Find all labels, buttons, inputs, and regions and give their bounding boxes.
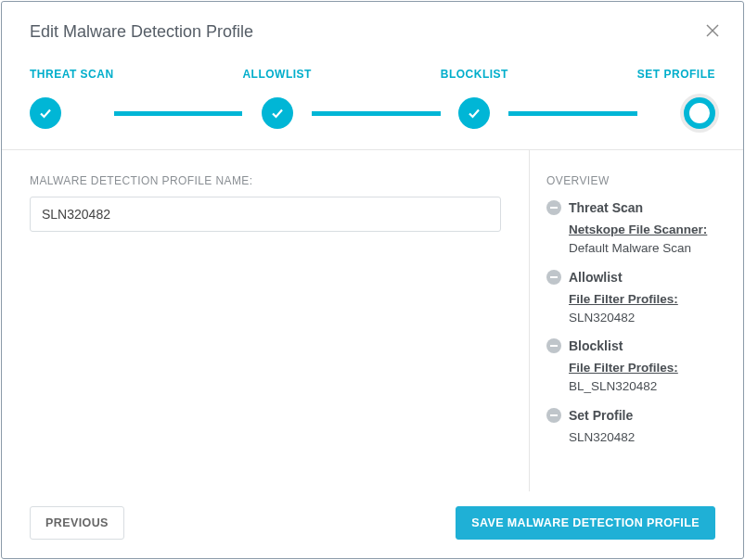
step-threat-scan[interactable]: THREAT SCAN [30,68,114,129]
modal-title: Edit Malware Detection Profile [30,22,253,42]
step-label: BLOCKLIST [441,68,508,81]
step-label: THREAT SCAN [30,68,114,81]
modal-body: MALWARE DETECTION PROFILE NAME: OVERVIEW… [2,150,743,491]
wizard-stepper: THREAT SCAN ALLOWLIST BLOCKLIST SET PROF… [2,58,743,150]
step-line [508,111,637,116]
overview-item-title: Blocklist [569,338,623,353]
overview-item-allowlist: Allowlist File Filter Profiles: SLN32048… [546,270,725,328]
step-circle-done [458,97,490,129]
overview-item-threat-scan: Threat Scan Netskope File Scanner: Defau… [546,200,725,259]
modal-header: Edit Malware Detection Profile [2,2,743,58]
step-blocklist[interactable]: BLOCKLIST [441,68,508,129]
check-icon [467,106,482,121]
overview-heading: OVERVIEW [546,174,725,187]
overview-item-value: SLN320482 [569,311,635,325]
step-line [114,111,243,116]
overview-item-value: BL_SLN320482 [569,379,657,393]
form-panel: MALWARE DETECTION PROFILE NAME: [2,150,530,491]
edit-malware-profile-modal: Edit Malware Detection Profile THREAT SC… [1,1,744,559]
check-icon [270,106,285,121]
overview-item-body: File Filter Profiles: BL_SLN320482 [546,359,725,397]
overview-item-title: Threat Scan [569,200,643,215]
collapse-icon [546,338,561,353]
step-circle-done [30,97,61,129]
step-label: ALLOWLIST [242,68,311,81]
step-allowlist[interactable]: ALLOWLIST [242,68,311,129]
overview-item-blocklist: Blocklist File Filter Profiles: BL_SLN32… [546,338,725,397]
overview-item-value: SLN320482 [569,430,635,444]
previous-button[interactable]: PREVIOUS [30,506,124,540]
save-button[interactable]: SAVE MALWARE DETECTION PROFILE [456,506,715,540]
overview-item-value: Default Malware Scan [569,241,691,255]
overview-item-set-profile: Set Profile SLN320482 [546,408,725,447]
profile-name-label: MALWARE DETECTION PROFILE NAME: [30,174,501,187]
overview-item-link[interactable]: File Filter Profiles: [569,361,678,375]
overview-item-header[interactable]: Set Profile [546,408,725,423]
overview-panel: OVERVIEW Threat Scan Netskope File Scann… [530,150,743,491]
step-circle-active [684,97,715,129]
overview-item-header[interactable]: Blocklist [546,338,725,353]
step-circle-done [262,97,293,129]
profile-name-input[interactable] [30,197,501,232]
overview-item-body: SLN320482 [546,428,725,447]
collapse-icon [546,270,561,285]
overview-item-link[interactable]: Netskope File Scanner: [569,223,707,236]
modal-footer: PREVIOUS SAVE MALWARE DETECTION PROFILE [2,491,743,558]
overview-item-title: Allowlist [569,270,623,285]
overview-item-body: File Filter Profiles: SLN320482 [546,290,725,328]
collapse-icon [546,200,561,215]
overview-item-title: Set Profile [569,408,633,423]
step-set-profile[interactable]: SET PROFILE [637,68,715,129]
overview-item-header[interactable]: Allowlist [546,270,725,285]
overview-item-link[interactable]: File Filter Profiles: [569,292,678,306]
check-icon [38,106,53,121]
close-icon[interactable] [702,19,723,45]
step-line [312,111,441,116]
collapse-icon [546,408,561,423]
overview-item-header[interactable]: Threat Scan [546,200,725,215]
overview-item-body: Netskope File Scanner: Default Malware S… [546,221,725,259]
step-label: SET PROFILE [637,68,715,81]
